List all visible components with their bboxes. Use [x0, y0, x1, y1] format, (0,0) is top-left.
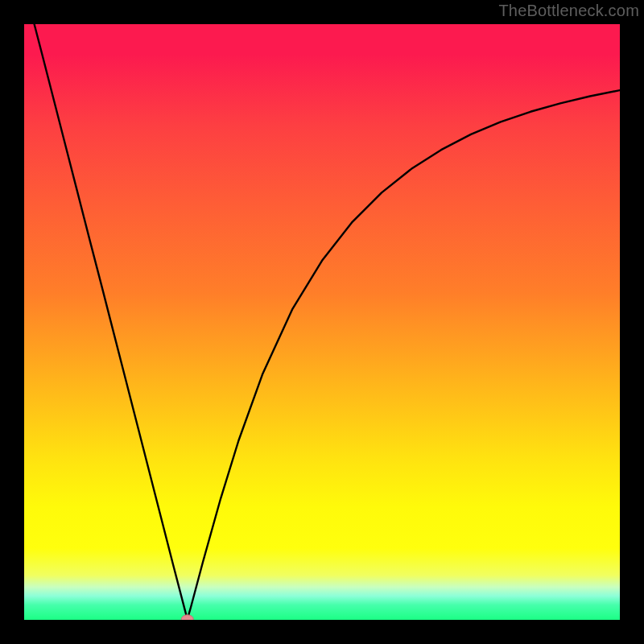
watermark-text: TheBottleneck.com	[498, 2, 639, 20]
curve-svg	[24, 24, 620, 620]
bottleneck-curve	[35, 24, 620, 619]
minimum-marker	[181, 615, 193, 620]
plot-area	[24, 24, 620, 620]
chart-frame: TheBottleneck.com	[0, 0, 644, 644]
